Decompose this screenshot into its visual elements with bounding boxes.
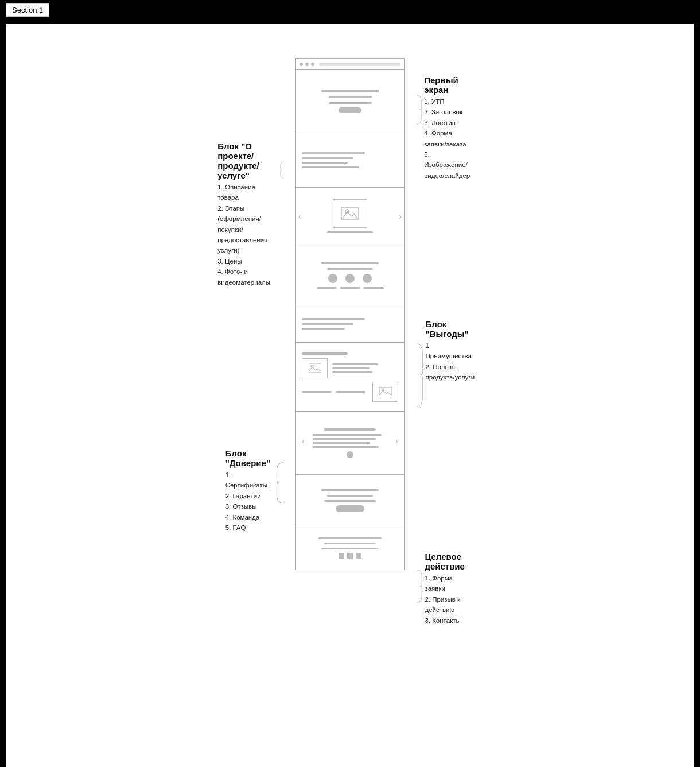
annotation-benefits-title: Блок "Выгоды" xyxy=(426,319,476,339)
list-item: 1. УТП xyxy=(424,96,473,107)
block-footer xyxy=(296,526,404,570)
list-item: 3. Цены xyxy=(217,256,278,266)
wf-line xyxy=(340,287,360,289)
wf-line xyxy=(321,489,379,491)
wf-line xyxy=(332,371,372,373)
block-slider: ‹ › xyxy=(296,188,404,245)
image-placeholder-icon-2 xyxy=(379,387,392,396)
annotation-trust-list: 1. Сертификаты 2. Гарантии 3. Отзывы 4. … xyxy=(225,470,274,533)
footer-squares-row xyxy=(339,553,361,559)
wf-line xyxy=(364,287,384,289)
browser-bar xyxy=(296,59,404,70)
list-item: 2. Призыв к действию xyxy=(425,594,469,615)
slider-arrow-left-icon: ‹ xyxy=(298,212,301,221)
annotation-hero-title: Первый экран xyxy=(424,75,473,95)
list-item: 5. FAQ xyxy=(225,522,274,533)
wf-line xyxy=(321,262,379,264)
list-item: 2. Этапы (оформления/покупки/предоставле… xyxy=(217,203,278,256)
benefit-lines-row xyxy=(317,287,384,289)
brace-hero-icon xyxy=(416,75,422,144)
wf-line xyxy=(327,231,373,233)
wf-line xyxy=(313,438,376,440)
browser-dot-2 xyxy=(305,63,309,66)
block-testimonials: ‹ › xyxy=(296,412,404,475)
list-item: 1. Описание товара xyxy=(217,182,278,203)
wf-line xyxy=(302,162,348,164)
wf-line xyxy=(313,446,379,448)
wf-line xyxy=(321,548,379,549)
wf-circle xyxy=(345,274,355,283)
annotation-hero: Первый экран 1. УТП 2. Заголовок 3. Лого… xyxy=(416,75,473,181)
brace-trust-icon xyxy=(276,448,284,517)
wf-line xyxy=(332,363,378,365)
wf-line xyxy=(302,166,359,168)
wf-square xyxy=(339,553,344,559)
wf-square xyxy=(347,553,353,559)
list-item: 4. Команда xyxy=(225,512,274,522)
brace-about-icon xyxy=(280,141,284,199)
wf-line xyxy=(321,90,379,92)
annotation-target: Целевое действие 1. Форма заявки 2. Приз… xyxy=(416,552,470,626)
wf-line xyxy=(329,96,372,98)
list-item: 3. Логотип xyxy=(424,118,473,128)
annotation-trust-text: Блок "Доверие" 1. Сертификаты 2. Гаранти… xyxy=(225,448,274,533)
annotation-benefits-list: 1. Преимущества 2. Польза продукта/услуг… xyxy=(426,340,476,383)
annotation-hero-text: Первый экран 1. УТП 2. Заголовок 3. Лого… xyxy=(424,75,473,181)
annotation-benefits: Блок "Выгоды" 1. Преимущества 2. Польза … xyxy=(416,319,476,431)
block-hero xyxy=(296,70,404,133)
wf-square xyxy=(356,553,361,559)
wf-line xyxy=(318,537,382,539)
annotation-target-list: 1. Форма заявки 2. Призыв к действию 3. … xyxy=(425,573,469,626)
browser-url-bar xyxy=(319,63,400,66)
annotation-benefits-text: Блок "Выгоды" 1. Преимущества 2. Польза … xyxy=(426,319,476,383)
annotation-hero-list: 1. УТП 2. Заголовок 3. Логотип 4. Форма … xyxy=(424,96,473,181)
test-arrow-right-icon: › xyxy=(395,436,398,446)
svg-rect-5 xyxy=(379,387,392,396)
list-item: 4. Форма заявки/заказа xyxy=(424,128,473,149)
wf-line xyxy=(327,495,373,497)
wf-line xyxy=(302,323,353,325)
list-item: 2. Польза продукта/услуги xyxy=(426,362,476,383)
test-arrow-left-icon: ‹ xyxy=(302,436,305,446)
wireframe-wrapper: ‹ › xyxy=(295,58,405,570)
block-text xyxy=(296,305,404,343)
list-item: 4. Фото- и видеоматериалы xyxy=(217,266,278,288)
wf-line xyxy=(329,102,372,104)
block-benefits xyxy=(296,245,404,305)
image-placeholder-icon xyxy=(309,363,321,373)
wf-dot-indicator xyxy=(347,451,353,458)
main-canvas: ‹ › xyxy=(6,24,694,767)
annotation-about-text: Блок "О проекте/продукте/услуге" 1. Опис… xyxy=(217,141,278,288)
wf-line xyxy=(327,268,373,270)
wf-circle xyxy=(328,274,337,283)
svg-rect-1 xyxy=(341,207,359,220)
wf-line xyxy=(324,543,376,544)
section-badge[interactable]: Section 1 xyxy=(6,3,49,17)
wf-line xyxy=(324,500,376,502)
browser-dot-1 xyxy=(300,63,303,66)
svg-rect-3 xyxy=(309,363,321,373)
wf-line xyxy=(302,157,353,159)
annotation-target-title: Целевое действие xyxy=(425,552,469,571)
list-item: 1. Форма заявки xyxy=(425,573,469,594)
testimonial-lines xyxy=(313,434,387,448)
block-mixed xyxy=(296,343,404,412)
wf-circle xyxy=(363,274,372,283)
wf-line xyxy=(302,318,365,320)
wf-line xyxy=(336,391,366,393)
list-item: 2. Гарантии xyxy=(225,491,274,501)
top-bar: Section 1 xyxy=(0,0,700,20)
wf-line xyxy=(313,434,382,436)
list-item: 3. Контакты xyxy=(425,615,469,626)
wf-image-sm xyxy=(302,358,328,378)
wf-cta-button xyxy=(336,505,364,512)
testimonials-content: ‹ › xyxy=(302,434,398,448)
wf-line xyxy=(332,367,370,369)
annotation-about-list: 1. Описание товара 2. Этапы (оформления/… xyxy=(217,182,278,288)
browser-dot-3 xyxy=(311,63,314,66)
annotation-trust-title: Блок "Доверие" xyxy=(225,448,274,468)
list-item: 5. Изображение/видео/слайдер xyxy=(424,149,473,181)
section-label: Section 1 xyxy=(12,6,43,14)
list-item: 2. Заголовок xyxy=(424,107,473,117)
annotation-about-title: Блок "О проекте/продукте/услуге" xyxy=(217,141,278,180)
